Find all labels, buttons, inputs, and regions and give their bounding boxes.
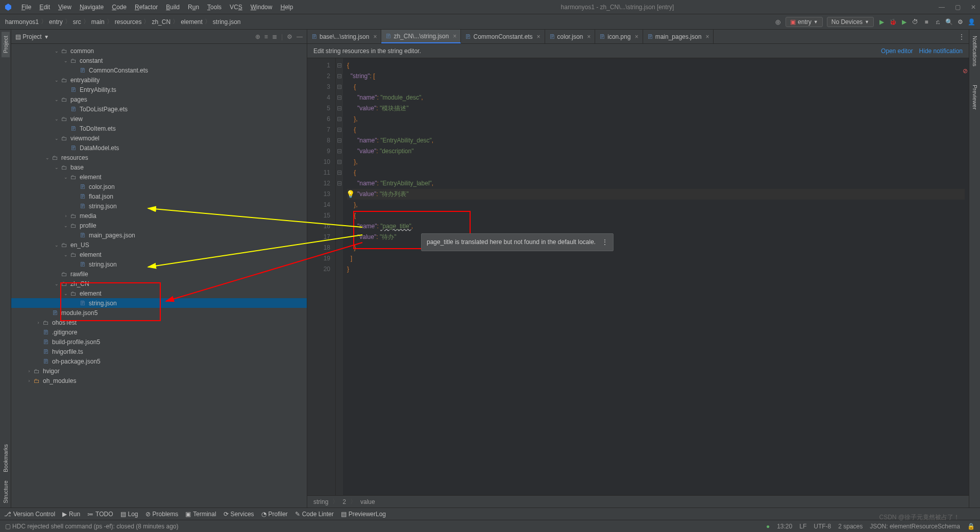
close-icon[interactable]: ✕ xyxy=(971,4,976,11)
tool-log[interactable]: ▤ Log xyxy=(120,511,138,518)
close-tab-icon[interactable]: × xyxy=(705,33,709,40)
tree-item[interactable]: ⌄🗀resources xyxy=(11,153,307,162)
device-selector[interactable]: No Devices ▼ xyxy=(827,17,874,27)
tree-item[interactable]: ›🗀hvigor xyxy=(11,366,307,376)
tree-item[interactable]: ⌄🗀element xyxy=(11,288,307,298)
tool-terminal[interactable]: ▣ Terminal xyxy=(185,511,216,518)
tabs-more-icon[interactable]: ⋮ xyxy=(959,33,965,40)
code-line[interactable]: { xyxy=(347,60,965,71)
tool-project[interactable]: Project xyxy=(2,32,10,57)
menu-help[interactable]: Help xyxy=(277,3,296,12)
tree-item[interactable]: ›🗀ohosTest xyxy=(11,318,307,327)
menu-file[interactable]: FFileile xyxy=(18,3,34,12)
status-line-sep[interactable]: LF xyxy=(799,523,806,530)
tool-problems[interactable]: ⊘ Problems xyxy=(145,511,179,518)
tree-item[interactable]: 🖹DataModel.ets xyxy=(11,143,307,153)
close-tab-icon[interactable]: × xyxy=(453,33,456,40)
tree-item[interactable]: ⌄🗀profile xyxy=(11,221,307,230)
breadcrumb-seg[interactable]: src xyxy=(73,18,81,26)
maximize-icon[interactable]: ▢ xyxy=(955,4,961,11)
tree-item[interactable]: 🗀rawfile xyxy=(11,269,307,279)
tool-services[interactable]: ⟳ Services xyxy=(224,511,254,518)
tree-item[interactable]: 🖹module.json5 xyxy=(11,308,307,318)
tree-item[interactable]: ⌄🗀entryability xyxy=(11,75,307,85)
editor-tab[interactable]: 🖹color.json× xyxy=(545,30,596,43)
intention-bulb-icon[interactable]: 💡 xyxy=(346,189,355,200)
stop-icon[interactable]: ■ xyxy=(923,18,930,26)
breadcrumb-seg[interactable]: zh_CN xyxy=(152,18,170,26)
hide-panel-icon[interactable]: — xyxy=(297,33,303,40)
code-line[interactable]: }, xyxy=(347,114,965,125)
tree-item[interactable]: ⌄🗀en_US xyxy=(11,240,307,250)
status-lock-icon[interactable]: 🔒 xyxy=(967,523,975,530)
tool-previewer[interactable]: Previewer xyxy=(971,81,979,114)
tree-item[interactable]: 🖹ToDoItem.ets xyxy=(11,124,307,133)
code-line[interactable]: }, xyxy=(347,200,965,210)
fold-gutter[interactable]: ⊟⊟⊟⊟⊟⊟⊟⊟⊟⊟⊟⊟ xyxy=(336,58,343,495)
code-line[interactable]: "name": "module_desc", xyxy=(347,92,965,103)
error-stripe[interactable]: ⊘1 ˄ ˅ xyxy=(963,60,969,82)
menu-build[interactable]: Build xyxy=(163,3,183,12)
close-tab-icon[interactable]: × xyxy=(373,33,377,40)
coverage-icon[interactable]: ▶ xyxy=(900,18,908,26)
project-tree[interactable]: ⌄🗀common⌄🗀constant🖹CommonConstant.ets⌄🗀e… xyxy=(11,44,307,507)
status-indent[interactable]: 2 spaces xyxy=(838,523,863,530)
tree-item[interactable]: ›🗀oh_modules xyxy=(11,376,307,385)
tool-vcs[interactable]: ⎇ Version Control xyxy=(4,511,55,518)
tree-item[interactable]: ⌄🗀constant xyxy=(11,56,307,65)
tree-item[interactable]: 🖹hvigorfile.ts xyxy=(11,347,307,356)
tree-item[interactable]: ⌄🗀pages xyxy=(11,94,307,104)
tree-item[interactable]: 🖹string.json xyxy=(11,259,307,269)
breadcrumb-seg[interactable]: entry xyxy=(49,18,63,26)
code-line[interactable]: } xyxy=(347,264,965,275)
tree-item[interactable]: 🖹CommonConstant.ets xyxy=(11,65,307,75)
expand-icon[interactable]: ≡ xyxy=(264,33,268,40)
tree-item[interactable]: ⌄🗀common xyxy=(11,46,307,56)
menu-vcs[interactable]: VCS xyxy=(227,3,246,12)
menu-edit[interactable]: Edit xyxy=(36,3,53,12)
tool-run[interactable]: ▶ Run xyxy=(62,511,80,518)
tree-item[interactable]: 🖹main_pages.json xyxy=(11,230,307,240)
menu-code[interactable]: Code xyxy=(109,3,130,12)
profile-icon[interactable]: ⏱ xyxy=(912,18,919,26)
tool-preview[interactable]: ▤ PreviewerLog xyxy=(341,511,386,518)
settings-icon[interactable]: ⚙ xyxy=(957,18,964,26)
close-tab-icon[interactable]: × xyxy=(635,33,639,40)
status-position[interactable]: 13:20 xyxy=(777,523,792,530)
tree-item[interactable]: ⌄🗀element xyxy=(11,250,307,259)
code-line[interactable]: "value": "模块描述" xyxy=(347,103,965,114)
tree-item[interactable]: 🖹EntryAbility.ts xyxy=(11,85,307,94)
close-tab-icon[interactable]: × xyxy=(537,33,541,40)
editor-tab[interactable]: 🖹main_pages.json× xyxy=(643,30,714,43)
code-line[interactable]: { xyxy=(347,210,965,221)
status-schema[interactable]: JSON: elementResourceSchema xyxy=(870,523,960,530)
breadcrumb-seg[interactable]: resources xyxy=(115,18,142,26)
tree-item[interactable]: 🖹.gitignore xyxy=(11,327,307,337)
debug-icon[interactable]: 🐞 xyxy=(889,18,896,26)
tool-profiler[interactable]: ◔ Profiler xyxy=(261,511,288,518)
tool-bookmarks[interactable]: Bookmarks xyxy=(2,440,10,476)
tree-item[interactable]: ⌄🗀view xyxy=(11,114,307,124)
tree-item[interactable]: 🖹color.json xyxy=(11,182,307,191)
editor-tab[interactable]: 🖹icon.png× xyxy=(595,30,643,43)
editor-tab[interactable]: 🖹zh_CN\...\string.json× xyxy=(381,30,461,43)
user-icon[interactable]: 👤 xyxy=(968,18,975,26)
breadcrumb-seg[interactable]: main xyxy=(91,18,105,26)
tool-linter[interactable]: ✎ Code Linter xyxy=(295,511,334,518)
code-line[interactable]: "value": "description" xyxy=(347,146,965,157)
code-line[interactable]: }, xyxy=(347,157,965,167)
run-config-selector[interactable]: ▣ entry ▼ xyxy=(786,17,823,27)
menu-window[interactable]: Window xyxy=(248,3,276,12)
tree-item[interactable]: 🖹ToDoListPage.ets xyxy=(11,104,307,114)
code-line[interactable]: ] xyxy=(347,253,965,264)
tree-item[interactable]: 🖹float.json xyxy=(11,191,307,201)
menu-view[interactable]: View xyxy=(55,3,75,12)
tree-item[interactable]: 🖹oh-package.json5 xyxy=(11,356,307,366)
code-line[interactable]: { xyxy=(347,167,965,178)
tree-item[interactable]: 🖹build-profile.json5 xyxy=(11,337,307,347)
close-tab-icon[interactable]: × xyxy=(587,33,591,40)
code-line[interactable]: { xyxy=(347,82,965,92)
tree-item[interactable]: ⌄🗀zh_CN xyxy=(11,279,307,288)
menu-run[interactable]: Run xyxy=(185,3,202,12)
minimize-icon[interactable]: — xyxy=(939,4,945,11)
